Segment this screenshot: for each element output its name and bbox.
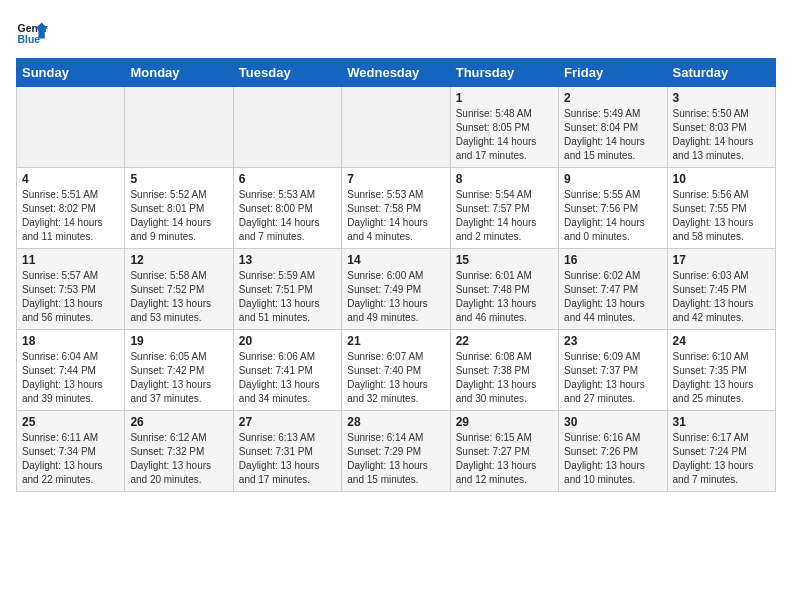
day-info: Sunrise: 5:49 AM Sunset: 8:04 PM Dayligh… (564, 107, 661, 163)
calendar-cell: 4Sunrise: 5:51 AM Sunset: 8:02 PM Daylig… (17, 168, 125, 249)
day-info: Sunrise: 5:51 AM Sunset: 8:02 PM Dayligh… (22, 188, 119, 244)
calendar-cell: 19Sunrise: 6:05 AM Sunset: 7:42 PM Dayli… (125, 330, 233, 411)
day-number: 3 (673, 91, 770, 105)
calendar-cell: 2Sunrise: 5:49 AM Sunset: 8:04 PM Daylig… (559, 87, 667, 168)
day-number: 1 (456, 91, 553, 105)
day-number: 21 (347, 334, 444, 348)
calendar-cell: 9Sunrise: 5:55 AM Sunset: 7:56 PM Daylig… (559, 168, 667, 249)
calendar-body: 1Sunrise: 5:48 AM Sunset: 8:05 PM Daylig… (17, 87, 776, 492)
calendar-cell: 29Sunrise: 6:15 AM Sunset: 7:27 PM Dayli… (450, 411, 558, 492)
day-info: Sunrise: 6:05 AM Sunset: 7:42 PM Dayligh… (130, 350, 227, 406)
calendar-cell (233, 87, 341, 168)
calendar-week-row: 18Sunrise: 6:04 AM Sunset: 7:44 PM Dayli… (17, 330, 776, 411)
calendar-cell: 22Sunrise: 6:08 AM Sunset: 7:38 PM Dayli… (450, 330, 558, 411)
day-info: Sunrise: 5:52 AM Sunset: 8:01 PM Dayligh… (130, 188, 227, 244)
day-info: Sunrise: 6:12 AM Sunset: 7:32 PM Dayligh… (130, 431, 227, 487)
calendar-cell: 13Sunrise: 5:59 AM Sunset: 7:51 PM Dayli… (233, 249, 341, 330)
calendar-cell (342, 87, 450, 168)
day-number: 22 (456, 334, 553, 348)
weekday-header: Friday (559, 59, 667, 87)
day-number: 10 (673, 172, 770, 186)
calendar-cell: 16Sunrise: 6:02 AM Sunset: 7:47 PM Dayli… (559, 249, 667, 330)
day-number: 16 (564, 253, 661, 267)
day-number: 12 (130, 253, 227, 267)
day-info: Sunrise: 6:06 AM Sunset: 7:41 PM Dayligh… (239, 350, 336, 406)
calendar-week-row: 4Sunrise: 5:51 AM Sunset: 8:02 PM Daylig… (17, 168, 776, 249)
calendar-cell: 5Sunrise: 5:52 AM Sunset: 8:01 PM Daylig… (125, 168, 233, 249)
day-number: 27 (239, 415, 336, 429)
day-number: 13 (239, 253, 336, 267)
weekday-header: Sunday (17, 59, 125, 87)
day-info: Sunrise: 5:53 AM Sunset: 7:58 PM Dayligh… (347, 188, 444, 244)
day-info: Sunrise: 6:01 AM Sunset: 7:48 PM Dayligh… (456, 269, 553, 325)
day-number: 14 (347, 253, 444, 267)
calendar-cell: 28Sunrise: 6:14 AM Sunset: 7:29 PM Dayli… (342, 411, 450, 492)
calendar-cell: 30Sunrise: 6:16 AM Sunset: 7:26 PM Dayli… (559, 411, 667, 492)
day-info: Sunrise: 6:11 AM Sunset: 7:34 PM Dayligh… (22, 431, 119, 487)
day-number: 9 (564, 172, 661, 186)
day-info: Sunrise: 6:00 AM Sunset: 7:49 PM Dayligh… (347, 269, 444, 325)
day-number: 26 (130, 415, 227, 429)
day-number: 18 (22, 334, 119, 348)
day-info: Sunrise: 6:10 AM Sunset: 7:35 PM Dayligh… (673, 350, 770, 406)
calendar-cell: 31Sunrise: 6:17 AM Sunset: 7:24 PM Dayli… (667, 411, 775, 492)
day-number: 8 (456, 172, 553, 186)
page-header: General Blue (16, 16, 776, 48)
day-info: Sunrise: 6:09 AM Sunset: 7:37 PM Dayligh… (564, 350, 661, 406)
day-info: Sunrise: 5:48 AM Sunset: 8:05 PM Dayligh… (456, 107, 553, 163)
calendar-cell: 14Sunrise: 6:00 AM Sunset: 7:49 PM Dayli… (342, 249, 450, 330)
weekday-header: Monday (125, 59, 233, 87)
day-info: Sunrise: 6:08 AM Sunset: 7:38 PM Dayligh… (456, 350, 553, 406)
day-number: 31 (673, 415, 770, 429)
day-number: 15 (456, 253, 553, 267)
weekday-header: Thursday (450, 59, 558, 87)
day-info: Sunrise: 6:03 AM Sunset: 7:45 PM Dayligh… (673, 269, 770, 325)
calendar-week-row: 1Sunrise: 5:48 AM Sunset: 8:05 PM Daylig… (17, 87, 776, 168)
calendar-cell: 23Sunrise: 6:09 AM Sunset: 7:37 PM Dayli… (559, 330, 667, 411)
day-info: Sunrise: 5:55 AM Sunset: 7:56 PM Dayligh… (564, 188, 661, 244)
day-number: 6 (239, 172, 336, 186)
calendar-cell: 11Sunrise: 5:57 AM Sunset: 7:53 PM Dayli… (17, 249, 125, 330)
day-info: Sunrise: 6:04 AM Sunset: 7:44 PM Dayligh… (22, 350, 119, 406)
day-info: Sunrise: 6:17 AM Sunset: 7:24 PM Dayligh… (673, 431, 770, 487)
calendar-cell: 10Sunrise: 5:56 AM Sunset: 7:55 PM Dayli… (667, 168, 775, 249)
calendar-cell: 27Sunrise: 6:13 AM Sunset: 7:31 PM Dayli… (233, 411, 341, 492)
weekday-row: SundayMondayTuesdayWednesdayThursdayFrid… (17, 59, 776, 87)
weekday-header: Saturday (667, 59, 775, 87)
day-info: Sunrise: 5:56 AM Sunset: 7:55 PM Dayligh… (673, 188, 770, 244)
day-info: Sunrise: 5:50 AM Sunset: 8:03 PM Dayligh… (673, 107, 770, 163)
calendar-cell: 21Sunrise: 6:07 AM Sunset: 7:40 PM Dayli… (342, 330, 450, 411)
calendar-cell: 17Sunrise: 6:03 AM Sunset: 7:45 PM Dayli… (667, 249, 775, 330)
calendar-cell: 12Sunrise: 5:58 AM Sunset: 7:52 PM Dayli… (125, 249, 233, 330)
calendar-cell: 15Sunrise: 6:01 AM Sunset: 7:48 PM Dayli… (450, 249, 558, 330)
day-number: 30 (564, 415, 661, 429)
day-info: Sunrise: 5:54 AM Sunset: 7:57 PM Dayligh… (456, 188, 553, 244)
calendar-header: SundayMondayTuesdayWednesdayThursdayFrid… (17, 59, 776, 87)
day-number: 24 (673, 334, 770, 348)
weekday-header: Tuesday (233, 59, 341, 87)
svg-text:Blue: Blue (18, 34, 41, 45)
day-number: 4 (22, 172, 119, 186)
day-number: 2 (564, 91, 661, 105)
calendar-cell: 26Sunrise: 6:12 AM Sunset: 7:32 PM Dayli… (125, 411, 233, 492)
logo: General Blue (16, 16, 48, 48)
calendar-week-row: 11Sunrise: 5:57 AM Sunset: 7:53 PM Dayli… (17, 249, 776, 330)
calendar-table: SundayMondayTuesdayWednesdayThursdayFrid… (16, 58, 776, 492)
calendar-week-row: 25Sunrise: 6:11 AM Sunset: 7:34 PM Dayli… (17, 411, 776, 492)
day-info: Sunrise: 5:57 AM Sunset: 7:53 PM Dayligh… (22, 269, 119, 325)
day-number: 28 (347, 415, 444, 429)
day-info: Sunrise: 6:07 AM Sunset: 7:40 PM Dayligh… (347, 350, 444, 406)
day-number: 7 (347, 172, 444, 186)
day-info: Sunrise: 6:13 AM Sunset: 7:31 PM Dayligh… (239, 431, 336, 487)
day-number: 23 (564, 334, 661, 348)
calendar-cell: 18Sunrise: 6:04 AM Sunset: 7:44 PM Dayli… (17, 330, 125, 411)
calendar-cell: 25Sunrise: 6:11 AM Sunset: 7:34 PM Dayli… (17, 411, 125, 492)
logo-icon: General Blue (16, 16, 48, 48)
calendar-cell: 3Sunrise: 5:50 AM Sunset: 8:03 PM Daylig… (667, 87, 775, 168)
calendar-cell: 8Sunrise: 5:54 AM Sunset: 7:57 PM Daylig… (450, 168, 558, 249)
day-info: Sunrise: 5:53 AM Sunset: 8:00 PM Dayligh… (239, 188, 336, 244)
calendar-cell: 24Sunrise: 6:10 AM Sunset: 7:35 PM Dayli… (667, 330, 775, 411)
calendar-cell: 20Sunrise: 6:06 AM Sunset: 7:41 PM Dayli… (233, 330, 341, 411)
day-info: Sunrise: 6:15 AM Sunset: 7:27 PM Dayligh… (456, 431, 553, 487)
day-number: 11 (22, 253, 119, 267)
